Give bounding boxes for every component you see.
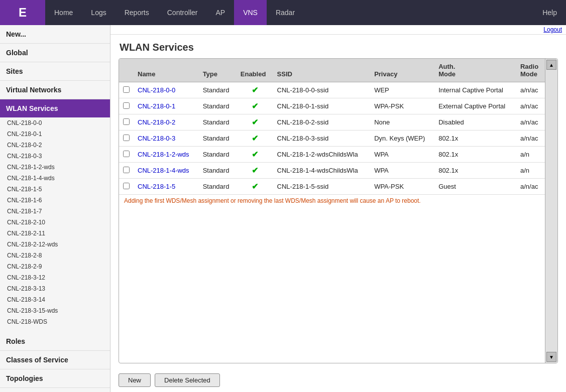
table-scroll[interactable]: Name Type Enabled SSID Privacy Auth.Mode… (119, 59, 545, 363)
sidebar-new[interactable]: New... (0, 25, 110, 44)
nav-help[interactable]: Help (533, 0, 566, 25)
row-enabled: ✔ (237, 82, 273, 98)
row-checkbox[interactable] (123, 151, 130, 157)
col-name: Name (134, 59, 199, 82)
row-type: Standard (199, 82, 237, 98)
row-name[interactable]: CNL-218-0-0 (134, 82, 199, 98)
sidebar-subitem[interactable]: CNL-218-2-8 (0, 250, 110, 261)
nav-home[interactable]: Home (45, 0, 82, 25)
sidebar-subitem[interactable]: CNL-218-1-5 (0, 184, 110, 195)
delete-selected-button[interactable]: Delete Selected (155, 373, 220, 387)
row-type: Standard (199, 114, 237, 130)
row-radio-mode: a/n/ac (516, 179, 545, 195)
sidebar-subitem[interactable]: CNL-218-1-7 (0, 206, 110, 217)
row-ssid: CNL-218-1-5-ssid (273, 179, 371, 195)
sidebar-subitem[interactable]: CNL-218-0-0 (0, 117, 110, 128)
row-ssid: CNL-218-0-2-ssid (273, 114, 371, 130)
nav-ap[interactable]: AP (206, 0, 234, 25)
table-with-scroll: Name Type Enabled SSID Privacy Auth.Mode… (119, 59, 557, 363)
nav-logs[interactable]: Logs (82, 0, 115, 25)
row-checkbox-cell (119, 98, 134, 114)
row-privacy: WPA (370, 147, 434, 163)
row-auth-mode: Internal Captive Portal (434, 82, 516, 98)
wlan-table: Name Type Enabled SSID Privacy Auth.Mode… (119, 59, 545, 195)
enabled-checkmark: ✔ (252, 86, 258, 94)
row-auth-mode: 802.1x (434, 147, 516, 163)
sidebar-subitem[interactable]: CNL-218-1-4-wds (0, 173, 110, 184)
sidebar-sites[interactable]: Sites (0, 62, 110, 81)
row-ssid: CNL-218-1-4-wdsChildsWla (273, 163, 371, 179)
button-row: New Delete Selected (110, 368, 566, 392)
row-checkbox-cell (119, 130, 134, 147)
row-enabled: ✔ (237, 114, 273, 130)
row-checkbox[interactable] (123, 118, 130, 125)
nav-radar[interactable]: Radar (267, 0, 304, 25)
row-privacy: WPA-PSK (370, 98, 434, 114)
sidebar-subitem[interactable]: CNL-218-2-11 (0, 228, 110, 239)
row-name[interactable]: CNL-218-0-1 (134, 98, 199, 114)
sidebar-wlan-services[interactable]: WLAN Services (0, 99, 110, 117)
logout-link[interactable]: Logout (543, 26, 562, 33)
row-auth-mode: Disabled (434, 114, 516, 130)
sidebar-classes-of-service[interactable]: Classes of Service (0, 351, 110, 369)
table-row: CNL-218-0-2Standard✔CNL-218-0-2-ssidNone… (119, 114, 545, 130)
sidebar-subitem[interactable]: CNL-218-3-12 (0, 272, 110, 283)
row-checkbox[interactable] (123, 102, 130, 109)
sidebar-subitem[interactable]: CNL-218-2-10 (0, 217, 110, 228)
sidebar-subitem[interactable]: CNL-218-0-2 (0, 140, 110, 151)
table-row: CNL-218-1-5Standard✔CNL-218-1-5-ssidWPA-… (119, 179, 545, 195)
new-button[interactable]: New (119, 373, 151, 387)
main-layout: New... Global Sites Virtual Networks WLA… (0, 25, 566, 392)
sidebar-subitem[interactable]: CNL-218-3-15-wds (0, 305, 110, 316)
table-row: CNL-218-1-4-wdsStandard✔CNL-218-1-4-wdsC… (119, 163, 545, 179)
sidebar-subitem[interactable]: CNL-218-1-2-wds (0, 162, 110, 173)
row-checkbox[interactable] (123, 135, 130, 141)
nav-reports[interactable]: Reports (116, 0, 158, 25)
col-type: Type (199, 59, 237, 82)
nav-vns[interactable]: VNS (234, 0, 267, 25)
enabled-checkmark: ✔ (252, 182, 258, 191)
row-auth-mode: Guest (434, 179, 516, 195)
app-logo[interactable]: E (0, 0, 45, 25)
scroll-up-button[interactable]: ▲ (546, 60, 556, 70)
sidebar-subitem[interactable]: CNL-218-0-1 (0, 128, 110, 140)
sidebar-subitem[interactable]: CNL-218-1-6 (0, 195, 110, 206)
sidebar-virtual-networks[interactable]: Virtual Networks (0, 81, 110, 99)
row-checkbox[interactable] (123, 183, 130, 189)
sidebar-subitem[interactable]: CNL-218-3-13 (0, 283, 110, 294)
sidebar-subitem[interactable]: CNL-218-0-3 (0, 151, 110, 162)
sidebar-topologies[interactable]: Topologies (0, 369, 110, 388)
row-ssid: CNL-218-0-3-ssid (273, 130, 371, 147)
row-name[interactable]: CNL-218-0-3 (134, 130, 199, 147)
row-checkbox[interactable] (123, 86, 130, 93)
row-ssid: CNL-218-0-0-ssid (273, 82, 371, 98)
row-checkbox[interactable] (123, 167, 130, 173)
row-type: Standard (199, 163, 237, 179)
enabled-checkmark: ✔ (252, 166, 258, 175)
row-type: Standard (199, 98, 237, 114)
sidebar-subitem[interactable]: CNL-218-3-14 (0, 294, 110, 305)
row-name[interactable]: CNL-218-1-5 (134, 179, 199, 195)
row-auth-mode: External Captive Portal (434, 98, 516, 114)
row-name[interactable]: CNL-218-0-2 (134, 114, 199, 130)
row-name[interactable]: CNL-218-1-2-wds (134, 147, 199, 163)
row-type: Standard (199, 130, 237, 147)
sidebar-subitem[interactable]: CNL-218-WDS (0, 316, 110, 327)
sidebar-subitem[interactable]: CNL-218-2-9 (0, 261, 110, 272)
table-scrollbar: ▲ ▼ (545, 59, 557, 363)
nav-items: Home Logs Reports Controller AP VNS Rada… (45, 0, 566, 25)
sidebar-roles[interactable]: Roles (0, 332, 110, 351)
sidebar-subitem[interactable]: CNL-218-2-12-wds (0, 239, 110, 250)
wds-warning: Adding the first WDS/Mesh assignment or … (119, 195, 545, 207)
row-checkbox-cell (119, 147, 134, 163)
nav-controller[interactable]: Controller (158, 0, 207, 25)
scroll-down-button[interactable]: ▼ (546, 352, 556, 362)
col-ssid: SSID (273, 59, 371, 82)
row-name[interactable]: CNL-218-1-4-wds (134, 163, 199, 179)
table-row: CNL-218-1-2-wdsStandard✔CNL-218-1-2-wdsC… (119, 147, 545, 163)
row-enabled: ✔ (237, 130, 273, 147)
row-ssid: CNL-218-0-1-ssid (273, 98, 371, 114)
sidebar-global[interactable]: Global (0, 44, 110, 62)
top-navigation: E Home Logs Reports Controller AP VNS Ra… (0, 0, 566, 25)
main-content: Logout WLAN Services Name Type Enabled S… (110, 25, 566, 392)
